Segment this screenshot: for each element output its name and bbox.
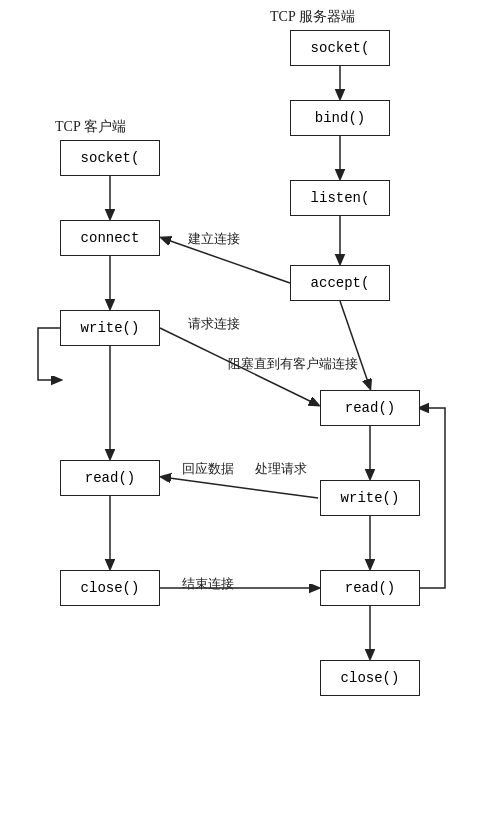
server-title: TCP 服务器端	[270, 8, 355, 26]
label-request: 请求连接	[188, 315, 240, 333]
server-bind-box: bind()	[290, 100, 390, 136]
server-accept-box: accept(	[290, 265, 390, 301]
client-title: TCP 客户端	[55, 118, 126, 136]
server-read1-box: read()	[320, 390, 420, 426]
client-connect-box: connect	[60, 220, 160, 256]
client-close-box: close()	[60, 570, 160, 606]
label-establish: 建立连接	[188, 230, 240, 248]
server-close-box: close()	[320, 660, 420, 696]
svg-line-14	[162, 477, 318, 498]
server-write-box: write()	[320, 480, 420, 516]
svg-line-4	[340, 301, 370, 388]
client-write-box: write()	[60, 310, 160, 346]
label-process: 处理请求	[255, 460, 307, 478]
server-socket-box: socket(	[290, 30, 390, 66]
client-read-box: read()	[60, 460, 160, 496]
label-response: 回应数据	[182, 460, 234, 478]
server-listen-box: listen(	[290, 180, 390, 216]
label-block: 阻塞直到有客户端连接	[228, 355, 358, 373]
diagram: TCP 服务器端 TCP 客户端 socket( bind() listen( …	[0, 0, 500, 815]
server-read2-box: read()	[320, 570, 420, 606]
client-socket-box: socket(	[60, 140, 160, 176]
label-end: 结束连接	[182, 575, 234, 593]
